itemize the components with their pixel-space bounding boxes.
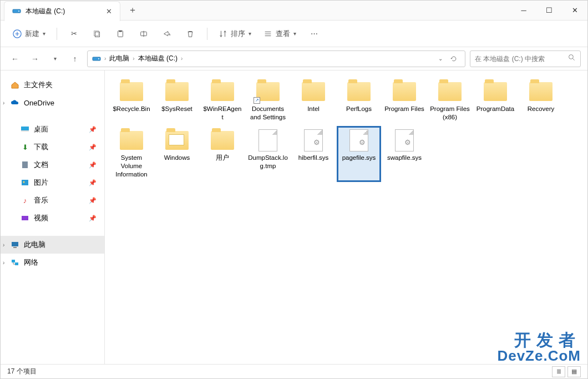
file-item-label: swapfile.sys — [387, 154, 422, 162]
sidebar-item-network[interactable]: › 网络 — [1, 254, 104, 271]
file-item[interactable]: ProgramData — [474, 78, 516, 124]
back-button[interactable]: ← — [7, 51, 23, 67]
music-icon: ♪ — [21, 196, 29, 205]
chevron-right-icon[interactable]: › — [3, 100, 4, 106]
content-area[interactable]: $Recycle.Bin$SysReset$WinREAgent↗Documen… — [105, 70, 587, 364]
sidebar-item-onedrive[interactable]: › OneDrive — [1, 94, 104, 112]
file-item[interactable]: ⚙swapfile.sys — [383, 127, 425, 181]
file-item[interactable]: System Volume Information — [110, 127, 153, 181]
search-input[interactable] — [475, 55, 564, 63]
sidebar-item-downloads[interactable]: ⬇ 下载 📌 — [1, 138, 104, 156]
svg-rect-18 — [13, 247, 17, 248]
gear-icon: ⚙ — [404, 138, 411, 148]
svg-rect-6 — [119, 30, 121, 32]
tab-close-button[interactable]: ✕ — [106, 7, 112, 16]
share-icon — [163, 29, 171, 38]
file-item-label: Documents and Settings — [248, 105, 288, 122]
pin-icon: 📌 — [89, 161, 97, 169]
trash-icon — [186, 29, 195, 38]
search-field[interactable] — [470, 50, 581, 67]
desktop-icon — [21, 125, 29, 134]
up-button[interactable]: ↑ — [67, 51, 83, 67]
copy-button[interactable] — [87, 25, 107, 43]
sidebar-item-music[interactable]: ♪ 音乐 📌 — [1, 191, 104, 209]
folder-icon — [164, 80, 190, 103]
sidebar-item-label: 文档 — [34, 160, 48, 170]
tab-title: 本地磁盘 (C:) — [26, 7, 102, 16]
cut-button[interactable]: ✂ — [64, 25, 84, 43]
chevron-right-icon[interactable]: › — [3, 242, 4, 248]
file-item[interactable]: ⚙pagefile.sys — [338, 127, 380, 181]
explorer-window: 本地磁盘 (C:) ✕ ＋ ─ ☐ ✕ 新建 ▾ ✂ 排序 ▾ — [0, 0, 588, 379]
file-item[interactable]: Windows — [156, 127, 198, 181]
new-button[interactable]: 新建 ▾ — [8, 25, 50, 43]
search-icon[interactable] — [568, 54, 576, 63]
file-item-label: $SysReset — [161, 105, 192, 113]
document-icon — [21, 160, 29, 169]
chevron-down-icon[interactable]: ⌄ — [438, 55, 443, 62]
view-button[interactable]: 查看 ▾ — [259, 25, 301, 43]
rename-button[interactable] — [134, 25, 154, 43]
maximize-button[interactable]: ☐ — [536, 1, 562, 21]
drive-icon — [12, 7, 21, 16]
svg-rect-13 — [22, 161, 28, 168]
file-item[interactable]: Program Files (x86) — [429, 78, 471, 124]
pin-icon: 📌 — [89, 144, 97, 151]
separator — [207, 28, 207, 40]
chevron-right-icon: › — [104, 55, 106, 62]
file-item-label: DumpStack.log.tmp — [248, 154, 288, 170]
file-item[interactable]: ↗Documents and Settings — [247, 78, 289, 124]
sidebar-item-label: 主文件夹 — [24, 80, 53, 90]
file-item[interactable]: Intel — [292, 78, 334, 124]
minimize-button[interactable]: ─ — [511, 1, 536, 21]
delete-button[interactable] — [180, 25, 200, 43]
forward-button[interactable]: → — [27, 51, 43, 67]
view-icons-button[interactable]: ▦ — [567, 366, 581, 377]
tab-current[interactable]: 本地磁盘 (C:) ✕ — [4, 1, 120, 21]
sidebar-item-home[interactable]: 主文件夹 — [1, 76, 104, 94]
sidebar-item-pictures[interactable]: 图片 📌 — [1, 174, 104, 191]
paste-button[interactable] — [110, 25, 130, 43]
file-item-label: Program Files — [384, 105, 424, 113]
view-details-button[interactable]: ≣ — [552, 366, 565, 377]
new-tab-button[interactable]: ＋ — [128, 4, 137, 16]
cloud-icon — [11, 98, 19, 107]
file-item-label: $Recycle.Bin — [113, 105, 150, 113]
file-item[interactable]: $Recycle.Bin — [110, 78, 153, 124]
file-item[interactable]: $WinREAgent — [201, 78, 244, 124]
file-item[interactable]: DumpStack.log.tmp — [247, 127, 289, 181]
share-button[interactable] — [157, 25, 177, 43]
sidebar-item-videos[interactable]: 视频 📌 — [1, 209, 104, 227]
sidebar: 主文件夹 › OneDrive 桌面 📌 ⬇ 下载 📌 文档 📌 — [1, 70, 105, 364]
svg-point-9 — [98, 58, 99, 59]
sidebar-item-documents[interactable]: 文档 📌 — [1, 156, 104, 174]
file-item[interactable]: Recovery — [520, 78, 562, 124]
chevron-right-icon[interactable]: › — [3, 260, 4, 266]
sidebar-item-desktop[interactable]: 桌面 📌 — [1, 120, 104, 138]
folder-icon — [346, 80, 372, 103]
breadcrumb-current[interactable]: 本地磁盘 (C:) — [138, 54, 178, 63]
sidebar-item-label: 桌面 — [34, 124, 48, 134]
breadcrumb-root[interactable]: 此电脑 — [109, 54, 129, 63]
recent-button[interactable]: ▾ — [47, 51, 63, 67]
address-field[interactable]: › 此电脑 › 本地磁盘 (C:) › ⌄ — [87, 50, 465, 67]
file-item[interactable]: 用户 — [201, 127, 244, 181]
file-item[interactable]: PerfLogs — [338, 78, 380, 124]
file-item[interactable]: $SysReset — [156, 78, 198, 124]
titlebar: 本地磁盘 (C:) ✕ ＋ ─ ☐ ✕ — [1, 1, 587, 21]
chevron-right-icon: › — [181, 55, 183, 62]
ellipsis-icon: ⋯ — [311, 29, 318, 38]
sort-icon — [219, 29, 227, 38]
sort-button[interactable]: 排序 ▾ — [214, 25, 256, 43]
folder-icon — [164, 129, 190, 151]
file-item[interactable]: ⚙hiberfil.sys — [292, 127, 334, 181]
file-item-label: Intel — [307, 105, 320, 113]
file-item[interactable]: Program Files — [383, 78, 425, 124]
sidebar-item-thispc[interactable]: › 此电脑 — [1, 236, 104, 254]
more-button[interactable]: ⋯ — [304, 25, 324, 43]
scissors-icon: ✂ — [71, 29, 77, 38]
copy-icon — [93, 29, 102, 38]
close-button[interactable]: ✕ — [562, 1, 587, 21]
refresh-button[interactable] — [447, 52, 460, 65]
chevron-down-icon: ▾ — [43, 31, 45, 37]
